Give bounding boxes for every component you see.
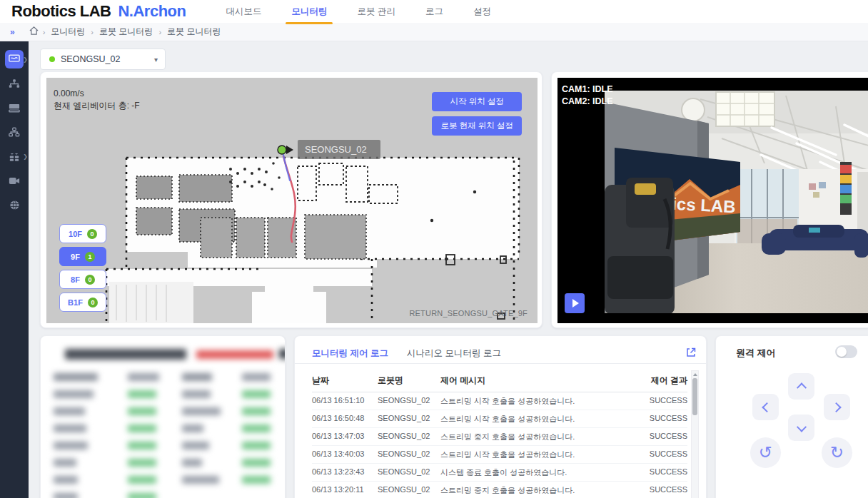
log-row[interactable]: 06/13 16:50:48SEONGSU_02스트리밍 시작 호출을 성공하였… [312,410,687,428]
remote-control-title: 원격 제어 [736,347,776,360]
breadcrumb-item[interactable]: 로봇 모니터링 [99,26,153,38]
camera-video[interactable]: obotics LAB [557,78,868,323]
remote-control-toggle[interactable] [835,345,857,358]
blurred-panel-title [65,349,186,360]
chevron-right-icon: › [91,28,94,36]
set-current-position-button[interactable]: 로봇 현재 위치 설정 [432,116,522,136]
floor-button-b1f[interactable]: B1F 0 [59,293,106,312]
floor-robot-count: 0 [88,298,98,308]
sidebar-item-sitemap[interactable] [0,120,29,144]
blurred-icon [279,349,286,359]
set-start-position-button[interactable]: 시작 위치 설정 [432,92,522,111]
card-panel-icon [5,98,24,117]
floor-selector: 10F 0 9F 1 8F 0 B1F 0 [59,224,106,312]
move-forward-button[interactable] [788,373,814,400]
camera-frame: obotics LAB [557,78,868,323]
network-topology-icon [5,74,24,93]
sidebar-item-robot-monitor[interactable]: ❯ [0,47,29,71]
log-row[interactable]: 06/13 13:47:03SEONGSU_02스트리밍 중지 호출을 성공하였… [312,428,687,446]
camera-panel: obotics LAB [551,71,868,328]
home-icon[interactable] [29,26,39,37]
main-nav: 대시보드 모니터링 로봇 관리 로그 설정 [224,0,492,24]
sidebar-expand-icon[interactable]: » [10,27,15,37]
floor-robot-count: 0 [87,229,97,239]
robot-silhouette [605,178,675,315]
floor-robot-count: 1 [85,252,95,262]
floor-robot-count: 0 [85,275,95,285]
log-scrollbar[interactable] [691,370,699,498]
log-row[interactable]: 06/13 13:20:11SEONGSU_02스트리밍 중지 호출을 성공하였… [312,482,687,498]
chevron-right-icon [831,402,841,412]
chevron-right-icon: ❯ [23,56,28,63]
log-row[interactable]: 06/13 13:40:03SEONGSU_02스트리밍 시작 호출을 성공하였… [312,446,687,464]
turn-left-button[interactable] [752,394,779,420]
sidebar-item-topology[interactable] [0,71,29,96]
logo-primary: Robotics LAB [11,2,111,21]
breadcrumb: » › 모니터링 › 로봇 모니터링 › 로봇 모니터링 [0,23,868,41]
nav-dashboard[interactable]: 대시보드 [224,0,263,24]
rotate-cw-button[interactable]: ↻ [822,437,852,468]
logo-secondary: N.Archon [118,2,186,21]
play-button[interactable] [565,293,585,313]
globe-icon [5,195,24,214]
sidebar-item-camera[interactable] [0,168,29,193]
sitemap-icon [5,123,24,141]
robot-map-label: SEONGSU_02 [298,140,380,159]
control-log-table: 날짜 로봇명 제어 메시지 제어 결과 06/13 16:51:10SEONGS… [312,370,687,498]
robot-online-dot [49,56,55,62]
scrollbar-thumb[interactable] [692,378,697,415]
robot-select-dropdown[interactable]: SEONGSU_02 ▾ [40,49,166,70]
chevron-right-icon: › [43,28,46,36]
sidebar-item-robot-group[interactable]: ❯ [0,144,29,168]
external-link-icon[interactable] [686,347,696,360]
svg-text:SEONGSU_02: SEONGSU_02 [305,144,367,155]
robot-monitor-icon [5,50,24,68]
elevator-floor: 현재 엘리베이터 층: -F [54,100,140,112]
sidebar-item-globe[interactable] [0,193,29,217]
app-window: Robotics LAB N.Archon 대시보드 모니터링 로봇 관리 로그… [0,0,868,498]
waypoint-label: RETURN_SEONGSU_GATE_9F [409,309,528,317]
scroll-up-icon[interactable] [693,373,697,376]
rotate-ccw-button[interactable]: ↺ [750,437,781,468]
nav-settings[interactable]: 설정 [472,0,493,24]
rotate-ccw-icon: ↺ [759,444,772,461]
floorplan-map[interactable]: SEONGSU_02 0.00m/s 현재 엘리베이터 층: -F 시작 위치 … [46,78,538,323]
blurred-alert-text [196,350,273,359]
robot-select-value: SEONGSU_02 [61,54,154,64]
nav-logs[interactable]: 로그 [424,0,445,24]
left-sidebar: ❯ ❯ [0,41,29,498]
log-row[interactable]: 06/13 16:51:10SEONGSU_02스트리밍 시작 호출을 성공하였… [312,392,687,410]
chevron-left-icon [762,402,772,412]
breadcrumb-item[interactable]: 로봇 모니터링 [167,26,221,38]
video-camera-icon [5,171,24,190]
floor-button-8f[interactable]: 8F 0 [59,270,106,289]
cam1-status: CAM1: IDLE [562,83,613,96]
move-backward-button[interactable] [788,415,814,441]
log-panel: 모니터링 제어 로그 시나리오 모니터링 로그 날짜 로봇명 제어 메시지 제어… [294,335,707,498]
nav-monitoring[interactable]: 모니터링 [290,0,328,24]
nav-robot-management[interactable]: 로봇 관리 [355,0,396,24]
rotate-cw-icon: ↻ [830,444,844,461]
floor-button-10f[interactable]: 10F 0 [59,224,106,243]
remote-control-panel: 원격 제어 ↺ ↻ [715,335,868,498]
map-panel: SEONGSU_02 0.00m/s 현재 엘리베이터 층: -F 시작 위치 … [40,71,542,328]
toggle-knob [837,347,847,357]
breadcrumb-item[interactable]: 모니터링 [51,26,85,38]
chevron-right-icon: ❯ [23,153,28,160]
chevron-right-icon: › [158,28,161,36]
play-icon [572,299,579,308]
floor-button-9f[interactable]: 9F 1 [59,247,106,266]
camera-status: CAM1: IDLE CAM2: IDLE [562,83,613,108]
chevron-down-icon [796,422,806,432]
log-row[interactable]: 06/13 13:23:43SEONGSU_02시스템 종료 호출이 성공하였습… [312,464,687,482]
cam2-status: CAM2: IDLE [562,96,613,108]
robot-status-panel-blurred [40,335,286,498]
turn-right-button[interactable] [824,394,850,420]
robot-speed: 0.00m/s [54,88,140,100]
log-table-header: 날짜 로봇명 제어 메시지 제어 결과 [312,370,687,392]
chevron-down-icon: ▾ [154,56,158,63]
robot-group-icon [5,147,24,166]
sidebar-item-panels[interactable] [0,96,29,120]
chevron-up-icon [796,382,806,392]
map-status-text: 0.00m/s 현재 엘리베이터 층: -F [54,88,140,112]
